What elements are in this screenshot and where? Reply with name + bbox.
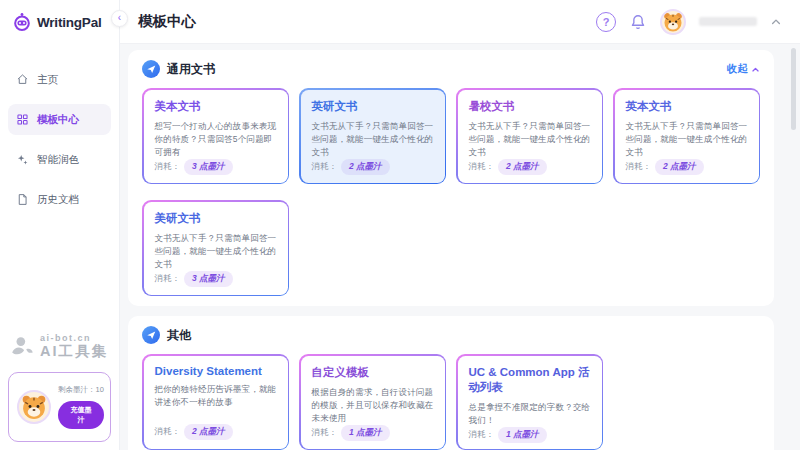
scrollbar-thumb[interactable] <box>791 48 796 130</box>
top-header: 模板中心 ? <box>120 0 800 44</box>
paper-plane-icon <box>142 326 160 344</box>
help-icon[interactable]: ? <box>596 12 616 32</box>
card-grid: Diversity Statement 把你的独特经历告诉墨宝，就能讲述你不一样… <box>142 354 760 450</box>
sidebar-item-label: 智能润色 <box>37 153 79 167</box>
card-title: 暑校文书 <box>469 99 591 114</box>
template-card[interactable]: UC & Common App 活动列表 总是拿捏不准限定的字数？交给我们！ 消… <box>456 354 603 450</box>
sidebar-collapse-button[interactable]: ‹ <box>111 10 128 27</box>
card-desc: 文书无从下手？只需简单回答一些问题，就能一键生成个性化的文书 <box>312 120 434 160</box>
home-icon <box>16 73 29 86</box>
template-card[interactable]: 英本文书 文书无从下手？只需简单回答一些问题，就能一键生成个性化的文书 消耗：2… <box>613 88 760 184</box>
app-root: WritingPal 主页 模板中心 智能润色 历史文档 <box>0 0 800 450</box>
logo-text: WritingPal <box>37 15 102 30</box>
remaining-ink-label: 剩余墨汁：10 <box>58 385 104 395</box>
chevron-up-icon <box>751 65 760 74</box>
watermark-line2: AI工具集 <box>40 344 108 360</box>
cost-label: 消耗： <box>469 161 495 173</box>
card-title: 英研文书 <box>312 99 434 114</box>
sidebar-item-templates[interactable]: 模板中心 <box>8 104 111 135</box>
cost-label: 消耗： <box>312 427 338 439</box>
cost-badge: 2 点墨汁 <box>498 159 547 175</box>
card-desc: 文书无从下手？只需简单回答一些问题，就能一键生成个性化的文书 <box>155 232 277 272</box>
section-collapse-button[interactable]: 收起 <box>727 62 760 76</box>
sidebar: WritingPal 主页 模板中心 智能润色 历史文档 <box>0 0 120 450</box>
template-card[interactable]: 暑校文书 文书无从下手？只需简单回答一些问题，就能一键生成个性化的文书 消耗：2… <box>456 88 603 184</box>
tiger-avatar <box>17 390 51 424</box>
paper-plane-icon <box>142 60 160 78</box>
card-title: 自定义模板 <box>312 365 434 380</box>
cost-badge: 2 点墨汁 <box>341 159 390 175</box>
template-card[interactable]: 自定义模板 根据自身的需求，自行设计问题的模版，并且可以保存和收藏在未来使用 消… <box>299 354 446 450</box>
ai-bot-logo-icon <box>10 334 36 360</box>
template-card[interactable]: 美研文书 文书无从下手？只需简单回答一些问题，就能一键生成个性化的文书 消耗：3… <box>142 200 289 296</box>
cost-label: 消耗： <box>626 161 652 173</box>
sidebar-item-label: 模板中心 <box>37 113 79 127</box>
card-desc: 总是拿捏不准限定的字数？交给我们！ <box>469 401 591 427</box>
sidebar-item-history[interactable]: 历史文档 <box>8 184 111 215</box>
cost-label: 消耗： <box>312 161 338 173</box>
cost-label: 消耗： <box>469 429 495 441</box>
page-title: 模板中心 <box>138 12 596 31</box>
sidebar-item-polish[interactable]: 智能润色 <box>8 144 111 175</box>
section-title: 通用文书 <box>167 61 215 78</box>
template-card[interactable]: 美本文书 想写一个打动人心的故事来表现你的特质？只需回答5个问题即可拥有 消耗：… <box>142 88 289 184</box>
bell-icon[interactable] <box>629 13 647 31</box>
user-menu-chevron-icon[interactable] <box>770 16 782 28</box>
cost-label: 消耗： <box>155 426 181 438</box>
sidebar-item-home[interactable]: 主页 <box>8 64 111 95</box>
card-grid: 美本文书 想写一个打动人心的故事来表现你的特质？只需回答5个问题即可拥有 消耗：… <box>142 88 760 296</box>
sparkles-icon <box>16 153 29 166</box>
cost-badge: 1 点墨汁 <box>498 427 547 443</box>
sidebar-menu: 主页 模板中心 智能润色 历史文档 <box>0 64 119 215</box>
cost-label: 消耗： <box>155 273 181 285</box>
cost-badge: 2 点墨汁 <box>184 424 233 440</box>
watermark: ai-bot.cn AI工具集 <box>0 334 119 372</box>
section-others: 其他 Diversity Statement 把你的独特经历告诉墨宝，就能讲述你… <box>128 316 774 450</box>
cost-badge: 2 点墨汁 <box>655 159 704 175</box>
grid-icon <box>16 113 29 126</box>
main-area: ‹ 模板中心 ? <box>120 0 800 450</box>
writingpal-robot-icon <box>12 12 32 32</box>
card-title: UC & Common App 活动列表 <box>469 365 591 395</box>
content-area: 通用文书 收起 美本文书 想写一个打动人心的故事来表现你的特质？只需回答5个问题… <box>120 44 800 450</box>
card-title: 美研文书 <box>155 211 277 226</box>
user-avatar[interactable] <box>660 9 686 35</box>
sidebar-item-label: 主页 <box>37 73 58 87</box>
template-card[interactable]: Diversity Statement 把你的独特经历告诉墨宝，就能讲述你不一样… <box>142 354 289 450</box>
document-icon <box>16 193 29 206</box>
template-card[interactable]: 英研文书 文书无从下手？只需简单回答一些问题，就能一键生成个性化的文书 消耗：2… <box>299 88 446 184</box>
card-desc: 想写一个打动人心的故事来表现你的特质？只需回答5个问题即可拥有 <box>155 120 277 160</box>
cost-label: 消耗： <box>155 161 181 173</box>
recharge-button[interactable]: 充值墨汁 <box>58 401 104 429</box>
user-name-redacted <box>699 17 757 26</box>
section-title: 其他 <box>167 327 191 344</box>
header-actions: ? <box>596 9 782 35</box>
sidebar-item-label: 历史文档 <box>37 193 79 207</box>
wallet-card: 剩余墨汁：10 充值墨汁 <box>8 372 111 442</box>
card-desc: 文书无从下手？只需简单回答一些问题，就能一键生成个性化的文书 <box>626 120 748 160</box>
card-desc: 把你的独特经历告诉墨宝，就能讲述你不一样的故事 <box>155 383 277 409</box>
card-title: 美本文书 <box>155 99 277 114</box>
cost-badge: 3 点墨汁 <box>184 159 233 175</box>
card-desc: 文书无从下手？只需简单回答一些问题，就能一键生成个性化的文书 <box>469 120 591 160</box>
card-title: Diversity Statement <box>155 365 277 377</box>
cost-badge: 1 点墨汁 <box>341 425 390 441</box>
cost-badge: 3 点墨汁 <box>184 271 233 287</box>
card-desc: 根据自身的需求，自行设计问题的模版，并且可以保存和收藏在未来使用 <box>312 386 434 426</box>
logo[interactable]: WritingPal <box>0 0 119 40</box>
card-title: 英本文书 <box>626 99 748 114</box>
section-general-docs: 通用文书 收起 美本文书 想写一个打动人心的故事来表现你的特质？只需回答5个问题… <box>128 50 774 306</box>
